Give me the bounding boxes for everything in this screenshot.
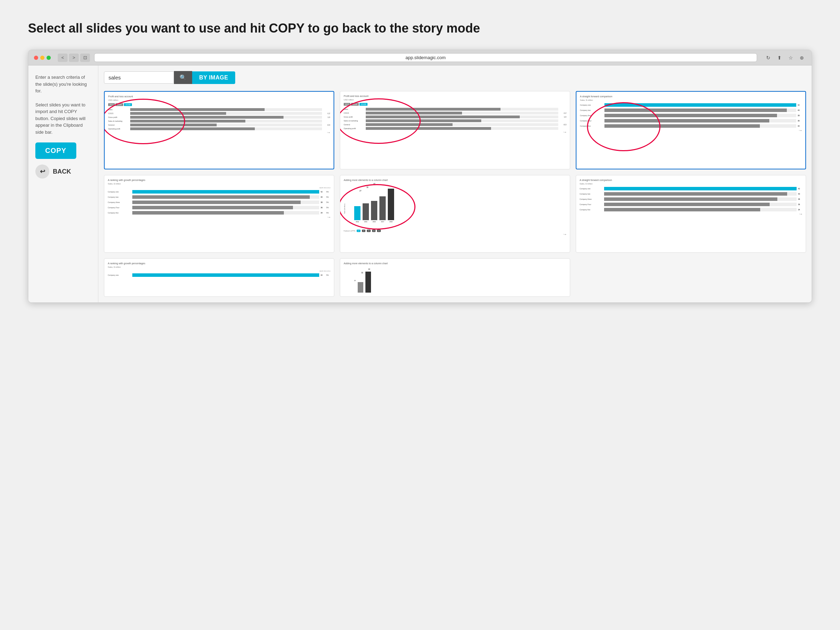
table-row: COGS -1.2 bbox=[344, 112, 566, 114]
slide-subtitle-2: USD million bbox=[344, 99, 566, 101]
slide-title-3: A straight forward comparison bbox=[580, 95, 802, 98]
bar-val: 32 bbox=[361, 272, 363, 274]
bar-row: Company three 38 bbox=[579, 197, 802, 201]
emp-val: 30 bbox=[377, 230, 381, 232]
bar bbox=[365, 272, 371, 293]
share-icon[interactable]: ⬆ bbox=[775, 54, 784, 62]
slides-grid-row1: Profit and loss account USD million 2013… bbox=[104, 91, 806, 169]
back-nav-btn[interactable]: < bbox=[58, 54, 68, 62]
bar-col: 2017 bbox=[379, 196, 386, 223]
slide-title-1: Profit and loss account bbox=[108, 95, 330, 98]
sidebar: Enter a search criteria of the slide(s) … bbox=[28, 65, 98, 302]
bar-row: Company two 40 bbox=[580, 109, 802, 112]
slide-subtitle-7: Sales, $ million bbox=[108, 266, 330, 268]
back-button[interactable]: ↩ BACK bbox=[35, 164, 91, 178]
slide-card-2[interactable]: Profit and loss account USD million 2013… bbox=[340, 91, 570, 169]
bar-row: Company three 38 5% bbox=[108, 201, 330, 204]
close-dot[interactable] bbox=[34, 56, 38, 60]
bar-x-label: 2018 bbox=[390, 221, 393, 223]
slide-footer-5: 5m▶ bbox=[344, 234, 566, 235]
slide-footer-2: 5m▶ bbox=[344, 131, 566, 133]
search-button[interactable]: 🔍 bbox=[174, 71, 192, 84]
slide-card-7[interactable]: A ranking with growth percentages Sales,… bbox=[104, 258, 334, 297]
sidebar-instructions-2: Select slides you want to import and hit… bbox=[35, 101, 91, 136]
slide-inner-8: Adding more elements to a column chart 4… bbox=[340, 259, 570, 297]
slides-grid-row3: A ranking with growth percentages Sales,… bbox=[104, 258, 806, 297]
bar-row: Company five 34 bbox=[579, 208, 802, 212]
slide-title-4: A ranking with growth percentages bbox=[108, 179, 330, 181]
slide-inner-4: A ranking with growth percentages Sales,… bbox=[104, 175, 334, 253]
slide-card-5[interactable]: Adding more elements to a column chart 4… bbox=[340, 175, 570, 253]
bar-col: 2016 bbox=[371, 201, 377, 223]
bar-col: 2015 bbox=[363, 203, 369, 223]
slide-footer-4: 5m▶ bbox=[108, 216, 330, 218]
bookmark-icon[interactable]: ☆ bbox=[786, 54, 795, 62]
bar bbox=[371, 201, 377, 220]
h-bar-chart-4: Company one 42 5% Company two 40 5% bbox=[108, 190, 330, 215]
bar-val-label: 32 bbox=[366, 186, 369, 188]
slide-title-6: A straight forward comparison bbox=[579, 179, 802, 181]
emp-val: 22 bbox=[357, 230, 360, 232]
bar-row: Company one 42 5% bbox=[108, 190, 330, 194]
slide-inner-6: A straight forward comparison Sales, $ m… bbox=[576, 175, 806, 253]
main-area: sales 🔍 BY IMAGE Profit and loss account… bbox=[98, 65, 812, 302]
plus-icon[interactable]: ⊕ bbox=[797, 54, 806, 62]
url-bar[interactable]: app.slidemagic.com bbox=[94, 53, 757, 62]
window-controls bbox=[34, 56, 51, 60]
year-tabs-1: 2013 2014F 2015B bbox=[108, 103, 330, 106]
slide-card-8[interactable]: Adding more elements to a column chart 4… bbox=[340, 258, 570, 297]
table-row: General -0.3 bbox=[344, 123, 566, 126]
slide-footer-3: 5m▶ bbox=[580, 129, 802, 131]
table-row: General -0.3 bbox=[108, 123, 330, 126]
slides-grid-row2: A ranking with growth percentages Sales,… bbox=[104, 175, 806, 253]
bar bbox=[354, 206, 360, 220]
bar bbox=[388, 189, 394, 220]
bar-val: 42 bbox=[368, 268, 370, 270]
bars-container: 2014 2015 2016 bbox=[354, 188, 566, 223]
bar bbox=[363, 203, 369, 220]
app-content: Enter a search criteria of the slide(s) … bbox=[28, 65, 812, 302]
bar-x-label: 2017 bbox=[381, 221, 384, 223]
h-bar-chart-3: Company one 42 Company two 40 bbox=[580, 103, 802, 128]
employees-label: Employees (#FTE) bbox=[344, 230, 355, 232]
employees-row: Employees (#FTE) 22 25 26 29 30 bbox=[344, 230, 566, 232]
minimize-dot[interactable] bbox=[40, 56, 44, 60]
sidebar-instructions-1: Enter a search criteria of the slide(s) … bbox=[35, 74, 91, 95]
table-row: COGS -1.2 bbox=[108, 112, 330, 115]
slide-inner-5: Adding more elements to a column chart 4… bbox=[340, 175, 570, 253]
bar-col: 2014 bbox=[354, 206, 360, 223]
year-2015b: 2015B bbox=[124, 103, 132, 106]
forward-nav-btn[interactable]: > bbox=[69, 54, 79, 62]
slide-card-1[interactable]: Profit and loss account USD million 2013… bbox=[104, 91, 334, 169]
emp-val: 29 bbox=[372, 230, 376, 232]
slide-card-3[interactable]: A straight forward comparison Sales, $ m… bbox=[576, 91, 806, 169]
copy-button[interactable]: COPY bbox=[35, 142, 76, 159]
emp-val: 25 bbox=[362, 230, 365, 232]
bar-row: Company five 34 5% bbox=[108, 211, 330, 215]
view-btn[interactable]: ⊡ bbox=[80, 54, 90, 62]
page-title: Select all slides you want to use and hi… bbox=[28, 21, 812, 36]
cagr-label-7: CAGR 2010-2014 bbox=[108, 270, 330, 272]
refresh-icon[interactable]: ↻ bbox=[764, 54, 772, 62]
table-row: Sales bbox=[344, 108, 566, 111]
slide-card-6[interactable]: A straight forward comparison Sales, $ m… bbox=[576, 175, 806, 253]
table-row: Operating profit bbox=[344, 127, 566, 130]
year-2014f: 2014F bbox=[115, 103, 123, 106]
slide-inner-2: Profit and loss account USD million 2013… bbox=[340, 92, 570, 168]
year-2013: 2013 bbox=[108, 103, 115, 106]
search-bar: sales 🔍 BY IMAGE bbox=[104, 71, 806, 84]
bar-x-label: 2014 bbox=[356, 221, 359, 223]
slide-card-4[interactable]: A ranking with growth percentages Sales,… bbox=[104, 175, 334, 253]
bar-x-label: 2016 bbox=[373, 221, 376, 223]
bar-row: Company Four 36 bbox=[580, 119, 802, 123]
maximize-dot[interactable] bbox=[47, 56, 51, 60]
table-row: Gross profit 1.0 bbox=[344, 115, 566, 118]
by-image-button[interactable]: BY IMAGE bbox=[192, 71, 235, 84]
y-axis-label: Sales ($ million) bbox=[344, 204, 346, 213]
slide-inner-1: Profit and loss account USD million 2013… bbox=[105, 92, 333, 169]
emp-val: 26 bbox=[367, 230, 370, 232]
browser-window: < > ⊡ app.slidemagic.com ↻ ⬆ ☆ ⊕ Enter a… bbox=[28, 50, 812, 303]
browser-actions: ↻ ⬆ ☆ ⊕ bbox=[764, 54, 806, 62]
slide-subtitle-3: Sales, $ million bbox=[580, 99, 802, 101]
browser-toolbar: < > ⊡ app.slidemagic.com ↻ ⬆ ☆ ⊕ bbox=[28, 50, 812, 65]
